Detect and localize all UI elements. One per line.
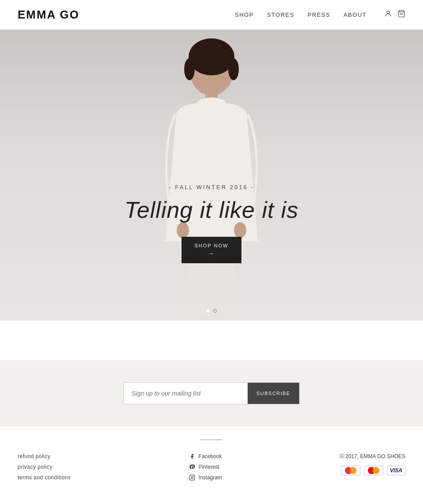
mailing-input[interactable]: [124, 383, 248, 404]
svg-point-5: [228, 58, 239, 80]
subscribe-button[interactable]: SUBSCRIBE: [248, 383, 299, 404]
site-footer: refund policy privacy policy terms and c…: [0, 444, 423, 498]
shop-now-button[interactable]: SHOP NOW →: [182, 237, 242, 263]
footer-instagram-link[interactable]: Instagram: [189, 474, 222, 481]
mailing-section: SUBSCRIBE: [0, 360, 423, 426]
instagram-icon: [189, 474, 195, 481]
footer-right-col: © 2017, EMMA GO SHOES VISA: [340, 453, 405, 475]
nav-shop[interactable]: SHOP: [235, 11, 254, 18]
logo[interactable]: EMMA GO: [18, 8, 79, 22]
main-nav: SHOP STORES PRESS ABOUT: [235, 10, 405, 20]
footer-pinterest-link[interactable]: Pinterest: [189, 464, 222, 470]
visa-badge: VISA: [387, 466, 405, 475]
nav-stores[interactable]: STORES: [267, 11, 294, 18]
mailing-form: SUBSCRIBE: [123, 382, 300, 404]
hero-content: - FALL WINTER 2016 - Telling it like it …: [125, 87, 299, 263]
cart-icon[interactable]: [397, 10, 405, 20]
nav-icons: [384, 10, 405, 20]
pinterest-label: Pinterest: [199, 464, 219, 470]
mastercard-badge: [364, 466, 383, 475]
footer-divider: [0, 426, 423, 444]
shop-now-arrow: →: [195, 250, 229, 257]
hero-section: - FALL WINTER 2016 - Telling it like it …: [0, 30, 423, 321]
footer-link-refund[interactable]: refund policy: [18, 453, 71, 459]
nav-about[interactable]: ABOUT: [344, 11, 367, 18]
footer-link-privacy[interactable]: privacy policy: [18, 464, 71, 470]
footer-facebook-link[interactable]: Facebook: [189, 453, 222, 459]
svg-point-4: [184, 58, 195, 80]
site-header: EMMA GO SHOP STORES PRESS ABOUT: [0, 0, 423, 30]
hero-subtitle: - FALL WINTER 2016 -: [125, 184, 299, 190]
facebook-label: Facebook: [199, 453, 222, 459]
carousel-dot-2[interactable]: [213, 309, 217, 313]
maestro-badge: [341, 466, 360, 475]
svg-point-15: [193, 476, 193, 476]
footer-link-terms[interactable]: terms and conditions: [18, 474, 71, 481]
svg-point-14: [191, 477, 193, 479]
payment-icons: VISA: [341, 466, 405, 475]
hero-title: Telling it like it is: [125, 198, 299, 223]
nav-press[interactable]: PRESS: [308, 11, 330, 18]
divider-line: [200, 440, 223, 440]
shop-now-label: SHOP NOW: [195, 243, 229, 248]
copyright-text: © 2017, EMMA GO SHOES: [340, 453, 405, 459]
carousel-dot-1[interactable]: [206, 309, 210, 313]
footer-links-col: refund policy privacy policy terms and c…: [18, 453, 71, 481]
footer-social-col: Facebook Pinterest Instagram: [189, 453, 222, 481]
promo-section: [0, 321, 423, 360]
svg-rect-13: [189, 475, 195, 480]
svg-point-0: [387, 11, 390, 14]
svg-point-3: [189, 38, 234, 75]
instagram-label: Instagram: [199, 474, 222, 481]
pinterest-icon: [189, 464, 195, 470]
account-icon[interactable]: [384, 10, 392, 20]
carousel-dots: [206, 309, 217, 313]
facebook-icon: [189, 453, 195, 459]
